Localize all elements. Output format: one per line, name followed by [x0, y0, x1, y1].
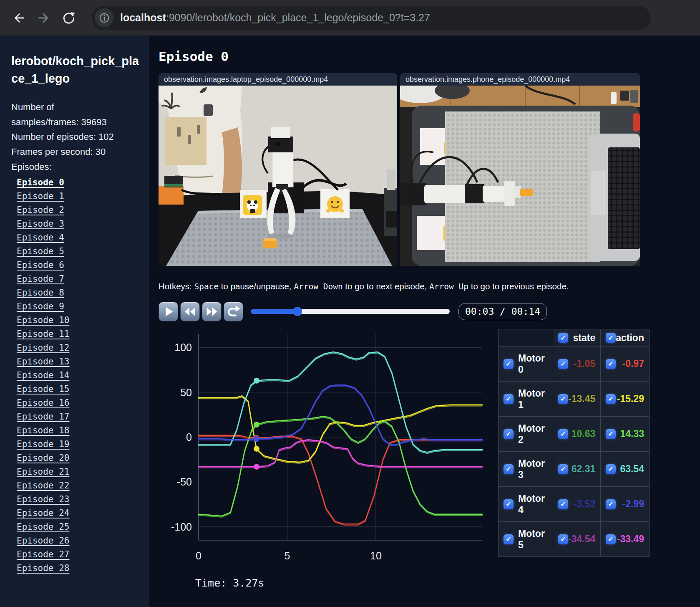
svg-text:-50: -50: [177, 476, 192, 488]
motor-2-checkbox[interactable]: ✓: [504, 429, 514, 439]
episode-link-4[interactable]: Episode 4: [17, 231, 64, 245]
episode-link-2[interactable]: Episode 2: [17, 203, 64, 217]
slider-thumb[interactable]: [293, 307, 302, 316]
episode-link-13[interactable]: Episode 13: [17, 355, 69, 369]
motor-4-checkbox[interactable]: ✓: [504, 499, 514, 509]
motor-3-state-checkbox[interactable]: ✓: [558, 464, 568, 474]
motor-2-label: Motor 2: [518, 423, 548, 445]
forward-arrow-icon: [37, 11, 51, 25]
motor-0-state-value: -1.05: [574, 358, 595, 369]
motor-3-action-checkbox[interactable]: ✓: [606, 464, 616, 474]
motor-5-state-checkbox[interactable]: ✓: [558, 534, 568, 544]
state-column-checkbox[interactable]: ✓: [558, 333, 568, 343]
motor-3-label: Motor 3: [518, 458, 548, 481]
episode-link-1[interactable]: Episode 1: [17, 190, 64, 203]
motor-5-checkbox[interactable]: ✓: [504, 534, 514, 544]
loop-icon: [224, 302, 243, 321]
episode-link-11[interactable]: Episode 11: [17, 327, 69, 341]
episode-link-9[interactable]: Episode 9: [17, 300, 64, 314]
orange-brick: [520, 189, 533, 196]
episode-link-28[interactable]: Episode 28: [17, 561, 69, 575]
episode-link-15[interactable]: Episode 15: [17, 382, 69, 396]
motor-1-checkbox[interactable]: ✓: [504, 394, 514, 404]
episode-link-0[interactable]: Episode 0: [17, 176, 64, 190]
episode-link-21[interactable]: Episode 21: [17, 465, 69, 479]
motor-1-action-checkbox[interactable]: ✓: [606, 394, 616, 404]
svg-text:50: 50: [180, 387, 192, 398]
play-button[interactable]: [159, 302, 178, 321]
episode-link-17[interactable]: Episode 17: [17, 410, 69, 424]
motor-4-action-value: -2.99: [622, 498, 644, 510]
seek-slider[interactable]: [251, 306, 450, 316]
episode-link-14[interactable]: Episode 14: [17, 369, 69, 382]
motor-chart[interactable]: -100-500501000510 Time: 3.27s: [159, 329, 489, 589]
motor-4-state-checkbox[interactable]: ✓: [558, 499, 568, 509]
episode-link-25[interactable]: Episode 25: [17, 520, 69, 534]
episode-link-18[interactable]: Episode 18: [17, 424, 69, 438]
rewind-button[interactable]: [180, 302, 200, 321]
episode-link-5[interactable]: Episode 5: [17, 245, 64, 258]
laptop-keyboard: [589, 113, 640, 261]
play-icon: [159, 302, 178, 321]
episode-link-10[interactable]: Episode 10: [17, 314, 69, 327]
site-info-icon[interactable]: [95, 8, 113, 27]
motor-4-label: Motor 4: [518, 493, 548, 516]
svg-text:10: 10: [370, 550, 382, 561]
laptop-camera-video[interactable]: [159, 86, 397, 266]
action-column-checkbox[interactable]: ✓: [606, 333, 616, 343]
browser-back-button[interactable]: [8, 8, 29, 28]
motor-3-action-value: 63.54: [620, 463, 644, 475]
motor-1-state-checkbox[interactable]: ✓: [558, 394, 568, 404]
url-path: :9090/lerobot/koch_pick_place_1_lego/epi…: [166, 12, 430, 23]
episode-link-27[interactable]: Episode 27: [17, 548, 69, 561]
url-text: localhost:9090/lerobot/koch_pick_place_1…: [120, 12, 430, 24]
motor-row-3: ✓Motor 3✓62.31✓63.54: [499, 452, 650, 487]
browser-reload-button[interactable]: [58, 8, 79, 28]
motor-3-state-value: 62.31: [572, 463, 596, 475]
motor-5-action-value: -33.49: [617, 534, 644, 545]
svg-text:0: 0: [196, 550, 201, 561]
episode-link-19[interactable]: Episode 19: [17, 438, 69, 451]
motor-2-action-checkbox[interactable]: ✓: [606, 429, 616, 439]
hotkey-key-5: Arrow Up: [429, 282, 468, 291]
episode-link-24[interactable]: Episode 24: [17, 506, 69, 520]
hotkey-key-3: Arrow Down: [294, 282, 342, 291]
episode-link-22[interactable]: Episode 22: [17, 479, 69, 493]
loop-button[interactable]: [224, 302, 243, 321]
fast-forward-button[interactable]: [202, 302, 222, 321]
episode-link-16[interactable]: Episode 16: [17, 396, 69, 410]
motor-2-state-checkbox[interactable]: ✓: [558, 429, 568, 439]
motor-0-state-checkbox[interactable]: ✓: [558, 359, 568, 369]
episode-link-26[interactable]: Episode 26: [17, 534, 69, 548]
browser-forward-button[interactable]: [33, 8, 54, 28]
stat-line-1: Number of episodes: 102: [11, 129, 119, 144]
svg-text:0: 0: [186, 431, 192, 443]
episode-link-3[interactable]: Episode 3: [17, 217, 64, 231]
episode-link-6[interactable]: Episode 6: [17, 258, 64, 272]
video-title-phone: observation.images.phone_episode_000000.…: [400, 73, 640, 86]
episode-link-20[interactable]: Episode 20: [17, 451, 69, 465]
motor-0-checkbox[interactable]: ✓: [504, 359, 514, 369]
episode-link-23[interactable]: Episode 23: [17, 493, 69, 506]
episode-heading: Episode 0: [159, 48, 700, 65]
episode-link-12[interactable]: Episode 12: [17, 341, 69, 355]
hugging-face-sticker-box: [320, 189, 350, 218]
phone-camera-video[interactable]: [400, 86, 640, 266]
motor-5-state-value: -34.54: [568, 534, 595, 545]
stat-line-0: Number of samples/frames: 39693: [11, 100, 119, 129]
orange-brick: [263, 238, 277, 248]
svg-text:5: 5: [285, 550, 290, 561]
motor-3-checkbox[interactable]: ✓: [504, 464, 514, 474]
url-bar[interactable]: localhost:9090/lerobot/koch_pick_place_1…: [92, 6, 651, 30]
episode-link-8[interactable]: Episode 8: [17, 286, 64, 300]
motor-0-action-value: -0.97: [622, 358, 644, 369]
hotkey-text-2: to pause/unpause,: [219, 281, 294, 291]
reload-icon: [62, 11, 76, 25]
motor-4-action-checkbox[interactable]: ✓: [606, 499, 616, 509]
episode-link-7[interactable]: Episode 7: [17, 272, 64, 286]
episode-list: Episode 0Episode 1Episode 2Episode 3Epis…: [11, 176, 149, 575]
motor-chart-svg[interactable]: -100-500501000510: [159, 329, 489, 575]
motor-5-action-checkbox[interactable]: ✓: [606, 534, 616, 544]
motor-5-label: Motor 5: [518, 528, 548, 551]
motor-0-action-checkbox[interactable]: ✓: [606, 359, 616, 369]
